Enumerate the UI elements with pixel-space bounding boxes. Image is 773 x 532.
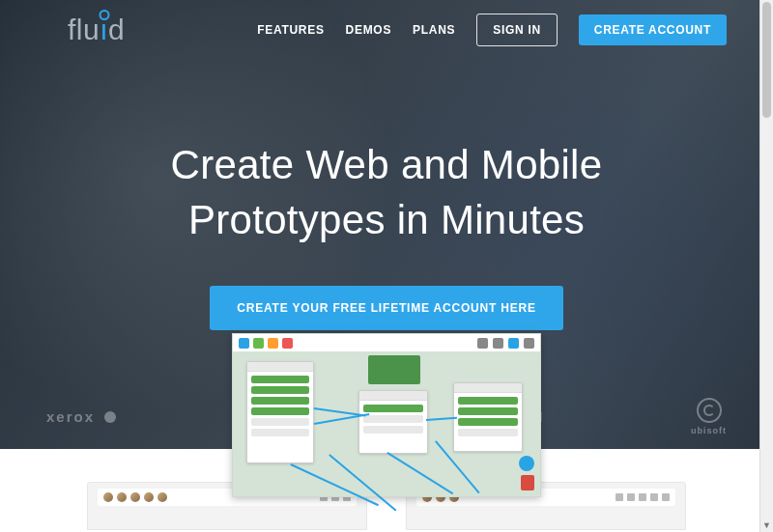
hero-content: Create Web and Mobile Prototypes in Minu… [0,46,773,330]
preview-toolbar [233,334,540,351]
sticky-note[interactable] [368,355,420,384]
brand-ubisoft: UBISOFT [691,398,727,435]
user-icon[interactable] [493,338,503,349]
hero-title-line2: Prototypes in Minutes [188,197,585,242]
toolbar-icon [650,493,658,501]
chat-badge-icon[interactable] [519,456,534,471]
primary-nav: FEATURES DEMOS PLANS SIGN IN CREATE ACCO… [257,14,727,46]
nav-demos[interactable]: DEMOS [346,23,392,37]
tool-icon[interactable] [282,338,293,349]
preview-left-icons [239,338,293,349]
ubisoft-swirl-icon [697,398,722,423]
toolbar-icon [662,493,670,501]
toolbar-icon [639,493,646,501]
tool-icon[interactable] [239,338,249,349]
cta-wrap: CREATE YOUR FREE LIFETIME ACCOUNT HERE [0,286,773,330]
avatar [157,492,167,502]
nav-plans[interactable]: PLANS [413,23,455,37]
create-account-button[interactable]: CREATE ACCOUNT [579,14,727,45]
preview-right-icons [477,338,534,349]
tool-icon[interactable] [253,338,264,349]
avatar [103,492,113,502]
hero-title: Create Web and Mobile Prototypes in Minu… [0,138,773,247]
toolbar-icon [616,493,623,501]
toolbar-icon [627,493,635,501]
hero-title-line1: Create Web and Mobile [171,142,603,187]
site-header: fluıd FEATURES DEMOS PLANS SIGN IN CREAT… [0,0,773,46]
trash-icon[interactable] [521,475,534,490]
product-preview [232,333,541,497]
cta-create-free-account[interactable]: CREATE YOUR FREE LIFETIME ACCOUNT HERE [210,286,563,330]
tool-icon[interactable] [268,338,278,349]
avatar [117,492,127,502]
signin-button[interactable]: SIGN IN [476,14,558,46]
prototype-screen[interactable] [358,390,428,454]
share-icon[interactable] [508,338,519,349]
avatar [130,492,140,502]
brand-xerox: xerox [46,408,116,425]
scroll-down-arrow-icon[interactable]: ▼ [760,518,773,532]
logo[interactable]: fluıd [68,14,125,46]
prototype-screen[interactable] [453,382,523,452]
nav-features[interactable]: FEATURES [257,23,324,37]
settings-icon[interactable] [477,338,488,349]
menu-icon[interactable] [524,338,534,349]
prototype-screen[interactable] [246,361,314,463]
connector-line [387,452,454,494]
avatar [144,492,154,502]
